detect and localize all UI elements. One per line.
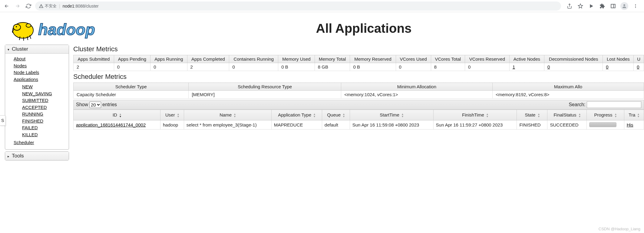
cm-header: VCores Used <box>396 55 431 63</box>
cm-cell: 8 <box>431 63 465 71</box>
apps-header[interactable]: Name ▴▾ <box>184 110 271 120</box>
cm-cell: 0 <box>150 63 187 71</box>
sm-cell: [MEMORY] <box>189 91 341 99</box>
search-input[interactable] <box>587 101 641 108</box>
apps-header[interactable]: StartTime ▴▾ <box>350 110 433 120</box>
cm-header: Apps Pending <box>114 55 150 63</box>
cluster-metrics-table: Apps SubmittedApps PendingApps RunningAp… <box>73 55 644 71</box>
sm-header: Scheduling Resource Type <box>189 83 341 91</box>
sidebar-link-state-killed[interactable]: KILLED <box>22 131 69 138</box>
apps-header[interactable]: FinalStatus ▴▾ <box>547 110 586 120</box>
sidebar-tools-header[interactable]: Tools <box>5 152 69 160</box>
page-size-select[interactable]: 20 <box>89 102 101 108</box>
sidebar-cluster-header[interactable]: Cluster <box>5 45 69 54</box>
warning-icon <box>39 4 44 8</box>
page-title: All Applications <box>114 21 644 36</box>
tab-stub: S <box>0 115 5 126</box>
app-state: FINISHED <box>517 120 547 130</box>
cm-cell: 0 <box>634 63 644 71</box>
cm-cell: 1 <box>509 63 544 71</box>
apps-header[interactable]: FinishTime ▴▾ <box>433 110 517 120</box>
cm-link[interactable]: 1 <box>513 64 515 69</box>
cm-header: Memory Used <box>278 55 315 63</box>
sidebar-link-state-accepted[interactable]: ACCEPTED <box>22 104 69 111</box>
sidebar-link-nodes[interactable]: Nodes <box>14 62 69 69</box>
reload-button[interactable] <box>24 2 33 10</box>
progress-bar <box>589 122 616 127</box>
apps-header[interactable]: Queue ▴▾ <box>322 110 350 120</box>
cm-header: Apps Submitted <box>74 55 114 63</box>
app-start: Sun Apr 16 11:59:08 +0800 2023 <box>350 120 433 130</box>
cm-cell: 0 <box>114 63 150 71</box>
url-text: node1:8088/cluster <box>63 4 99 8</box>
sidebar-link-state-running[interactable]: RUNNING <box>22 111 69 118</box>
hadoop-logo: hadoop <box>5 13 114 43</box>
app-id: application_1681614461744_0002 <box>74 120 160 130</box>
address-bar[interactable]: 不安全 | node1:8088/cluster <box>35 2 561 11</box>
svg-point-9 <box>26 24 31 27</box>
cm-cell: 0 B <box>350 63 396 71</box>
cm-cell: 0 <box>229 63 278 71</box>
sidebar-link-state-new[interactable]: NEW <box>22 83 69 90</box>
security-indicator: 不安全 <box>39 3 57 9</box>
sidebar-link-node-labels[interactable]: Node Labels <box>14 69 69 76</box>
sm-header: Minimum Allocation <box>341 83 492 91</box>
cm-cell: 0 <box>603 63 634 71</box>
apps-header[interactable]: ID ▴▾ <box>74 110 160 120</box>
sm-cell: <memory:1024, vCores:1> <box>341 91 492 99</box>
cluster-metrics-title: Cluster Metrics <box>73 45 644 55</box>
cm-cell: 8 GB <box>315 63 350 71</box>
app-type: MAPREDUCE <box>271 120 322 130</box>
cm-cell: 2 <box>74 63 114 71</box>
apps-header[interactable]: Progress ▴▾ <box>586 110 624 120</box>
side-panel-icon[interactable] <box>609 2 617 10</box>
cm-link[interactable]: 0 <box>547 64 550 69</box>
play-icon[interactable] <box>588 2 595 10</box>
app-finish: Sun Apr 16 11:59:27 +0800 2023 <box>433 120 517 130</box>
cm-cell: 0 B <box>278 63 315 71</box>
apps-header[interactable]: Tra ▴▾ <box>624 110 644 120</box>
table-row: application_1681614461744_0002hadoopsele… <box>74 120 644 130</box>
cm-header: VCores Reserved <box>465 55 509 63</box>
sidebar-link-scheduler[interactable]: Scheduler <box>14 139 69 146</box>
apps-header[interactable]: User ▴▾ <box>160 110 184 120</box>
cm-header: Apps Running <box>150 55 187 63</box>
sm-header: Scheduler Type <box>74 83 189 91</box>
scheduler-metrics-table: Scheduler TypeScheduling Resource TypeMi… <box>73 83 644 99</box>
sidebar-link-state-failed[interactable]: FAILED <box>22 124 69 131</box>
svg-rect-0 <box>611 4 615 8</box>
app-name: select * from employee_3(Stage-1) <box>184 120 271 130</box>
profile-avatar[interactable] <box>620 2 628 10</box>
sidebar-link-state-submitted[interactable]: SUBMITTED <box>22 97 69 104</box>
svg-point-7 <box>13 24 21 30</box>
cm-header: Lost Nodes <box>603 55 634 63</box>
sidebar-link-about[interactable]: About <box>14 56 69 62</box>
browser-actions <box>563 2 642 10</box>
sm-cell: Capacity Scheduler <box>74 91 189 99</box>
extensions-icon[interactable] <box>599 2 606 10</box>
app-final: SUCCEEDED <box>547 120 586 130</box>
menu-icon[interactable] <box>632 2 639 10</box>
cm-header: Decommissioned Nodes <box>544 55 603 63</box>
svg-point-8 <box>16 26 17 27</box>
forward-button[interactable] <box>13 2 22 10</box>
svg-point-2 <box>623 4 625 6</box>
cm-header: Memory Total <box>315 55 350 63</box>
app-id-link[interactable]: application_1681614461744_0002 <box>76 122 146 127</box>
show-label: Show <box>76 102 88 107</box>
main-content: Cluster Metrics Apps SubmittedApps Pendi… <box>73 45 644 162</box>
sidebar-link-state-new_saving[interactable]: NEW_SAVING <box>22 90 69 97</box>
cm-link[interactable]: 0 <box>606 64 608 69</box>
sidebar-link-applications[interactable]: Applications <box>14 76 69 83</box>
cm-link[interactable]: 0 <box>637 64 639 69</box>
browser-toolbar: 不安全 | node1:8088/cluster <box>0 0 644 12</box>
bookmark-icon[interactable] <box>577 2 584 10</box>
apps-header[interactable]: Application Type ▴▾ <box>271 110 322 120</box>
apps-header[interactable]: State ▴▾ <box>517 110 547 120</box>
sm-cell: <memory:8192, vCores:8> <box>492 91 644 99</box>
app-track-link[interactable]: His <box>627 122 633 127</box>
share-icon[interactable] <box>566 2 573 10</box>
sidebar-link-state-finished[interactable]: FINISHED <box>22 118 69 125</box>
app-track: His <box>624 120 644 130</box>
back-button[interactable] <box>2 2 11 10</box>
